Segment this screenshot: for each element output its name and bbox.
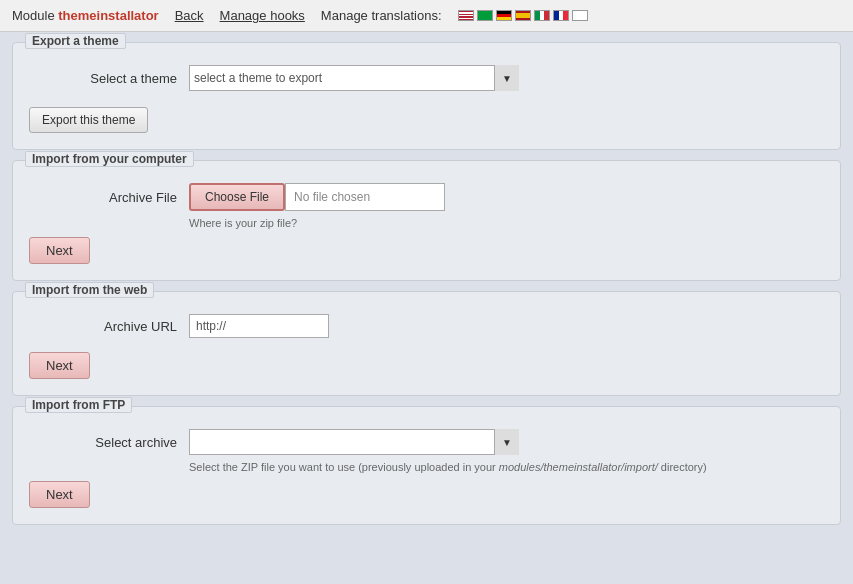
import-ftp-section: Import from FTP Select archive Select th… <box>12 406 841 525</box>
file-display: No file chosen <box>285 183 445 211</box>
import-web-next-button[interactable]: Next <box>29 352 90 379</box>
import-computer-content: Archive File Choose File No file chosen … <box>29 183 824 264</box>
archive-url-row: Archive URL <box>29 314 824 338</box>
manage-hooks-link[interactable]: Manage hooks <box>220 8 305 23</box>
archive-file-label: Archive File <box>29 190 189 205</box>
export-section-content: Select a theme select a theme to export … <box>29 65 824 133</box>
select-archive-label: Select archive <box>29 435 189 450</box>
select-theme-row: Select a theme select a theme to export <box>29 65 824 91</box>
ftp-hint-suffix: directory) <box>658 461 707 473</box>
import-computer-next-button[interactable]: Next <box>29 237 90 264</box>
theme-select-wrapper: select a theme to export <box>189 65 519 91</box>
import-web-title: Import from the web <box>25 282 154 298</box>
import-ftp-title: Import from FTP <box>25 397 132 413</box>
flag-pt[interactable] <box>572 10 588 21</box>
flag-de[interactable] <box>496 10 512 21</box>
export-theme-button[interactable]: Export this theme <box>29 107 148 133</box>
archive-url-input[interactable] <box>189 314 329 338</box>
import-ftp-next-button[interactable]: Next <box>29 481 90 508</box>
flag-fr2[interactable] <box>553 10 569 21</box>
import-computer-section: Import from your computer Archive File C… <box>12 160 841 281</box>
ftp-select-wrapper <box>189 429 519 455</box>
back-link[interactable]: Back <box>175 8 204 23</box>
flag-es[interactable] <box>515 10 531 21</box>
page-content: Export a theme Select a theme select a t… <box>0 32 853 535</box>
import-ftp-content: Select archive Select the ZIP file you w… <box>29 429 824 508</box>
flags-container <box>458 10 588 21</box>
archive-file-row: Archive File Choose File No file chosen <box>29 183 824 211</box>
select-theme-label: Select a theme <box>29 71 189 86</box>
ftp-hint: Select the ZIP file you want to use (pre… <box>189 461 824 473</box>
flag-it[interactable] <box>534 10 550 21</box>
import-computer-title: Import from your computer <box>25 151 194 167</box>
module-name: themeinstallator <box>58 8 158 23</box>
flag-us[interactable] <box>458 10 474 21</box>
ftp-hint-path: modules/themeinstallator/import/ <box>499 461 658 473</box>
choose-file-button[interactable]: Choose File <box>189 183 285 211</box>
module-label: Module themeinstallator <box>12 8 159 23</box>
flag-br[interactable] <box>477 10 493 21</box>
import-web-section: Import from the web Archive URL Next <box>12 291 841 396</box>
archive-url-label: Archive URL <box>29 319 189 334</box>
select-archive-row: Select archive <box>29 429 824 455</box>
ftp-hint-prefix: Select the ZIP file you want to use (pre… <box>189 461 499 473</box>
ftp-archive-select[interactable] <box>189 429 519 455</box>
export-section-title: Export a theme <box>25 33 126 49</box>
export-section: Export a theme Select a theme select a t… <box>12 42 841 150</box>
manage-translations-label: Manage translations: <box>321 8 442 23</box>
zip-hint: Where is your zip file? <box>189 217 824 229</box>
top-navigation: Module themeinstallator Back Manage hook… <box>0 0 853 32</box>
file-input-area: Choose File No file chosen <box>189 183 445 211</box>
theme-select[interactable]: select a theme to export <box>189 65 519 91</box>
import-web-content: Archive URL Next <box>29 314 824 379</box>
